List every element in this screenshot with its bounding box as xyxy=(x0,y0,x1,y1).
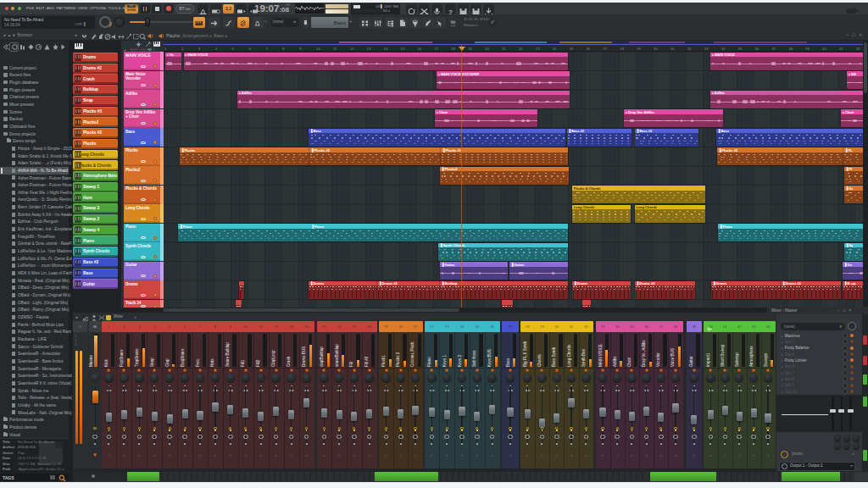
svg-text:TrapSnare: TrapSnare xyxy=(134,348,138,367)
svg-text:Fill #2: Fill #2 xyxy=(364,356,369,367)
svg-text:Substop: Substop xyxy=(734,352,738,367)
svg-text:Synth Bus: Synth Bus xyxy=(581,348,585,367)
svg-text:Snare Buildup: Snare Buildup xyxy=(225,342,230,367)
svg-text:Clap: Clap xyxy=(164,358,169,367)
svg-text:Snap: Snap xyxy=(149,358,153,367)
svg-text:clapBuildup: clapBuildup xyxy=(319,347,323,367)
svg-text:Drums BUS: Drums BUS xyxy=(302,347,306,367)
svg-text:Crash: Crash xyxy=(287,356,291,367)
svg-text:Hats: Hats xyxy=(210,358,214,367)
svg-text:Fill: Fill xyxy=(349,362,353,367)
svg-text:Bass Synth: Bass Synth xyxy=(552,347,556,367)
svg-text:BoujSnare: BoujSnare xyxy=(180,348,184,367)
svg-text:Atmosphere: Atmosphere xyxy=(748,346,753,367)
svg-text:Sub Keys: Sub Keys xyxy=(472,350,476,367)
svg-text:Piano: Piano xyxy=(426,357,431,367)
svg-text:ClapLoop: ClapLoop xyxy=(271,350,275,367)
svg-text:Master: Master xyxy=(89,354,93,367)
svg-text:PopSnare: PopSnare xyxy=(119,349,123,367)
svg-text:Long Chords: Long Chords xyxy=(566,344,570,367)
svg-text:Fill2: Fill2 xyxy=(256,359,260,367)
svg-text:Vocoder: Vocoder xyxy=(656,352,660,367)
svg-text:Impact1: Impact1 xyxy=(705,352,709,367)
svg-text:Keys 2: Keys 2 xyxy=(457,355,461,367)
svg-text:Sweeps: Sweeps xyxy=(763,352,767,367)
svg-text:Keys 1: Keys 1 xyxy=(442,355,446,367)
svg-text:Big PL.6 Synth: Big PL.6 Synth xyxy=(522,341,526,367)
svg-text:Plucks 2: Plucks 2 xyxy=(396,352,400,367)
svg-text:Pluck1: Pluck1 xyxy=(381,355,386,367)
svg-text:Coconu..Pluck: Coconu..Pluck xyxy=(410,341,415,367)
svg-text:MAIN VOICE: MAIN VOICE xyxy=(598,344,602,367)
svg-text:Guitar: Guitar xyxy=(689,356,693,367)
svg-text:Adlibs: Adlibs xyxy=(612,356,616,367)
svg-text:snareBuildup: snareBuildup xyxy=(334,344,338,367)
svg-text:Choir: Choir xyxy=(626,358,631,367)
svg-text:Drop Vo..Adlibs: Drop Vo..Adlibs xyxy=(642,340,646,367)
svg-text:Short Sweep: Short Sweep xyxy=(720,344,724,367)
svg-text:Bass: Bass xyxy=(505,358,509,367)
svg-text:Perc: Perc xyxy=(195,358,199,367)
svg-text:Kick: Kick xyxy=(103,359,108,367)
svg-text:Fill1: Fill1 xyxy=(241,359,245,367)
svg-text:Keys BUS: Keys BUS xyxy=(487,349,492,367)
svg-text:Voice BUS: Voice BUS xyxy=(670,348,675,367)
svg-text:Chords: Chords xyxy=(537,353,541,367)
